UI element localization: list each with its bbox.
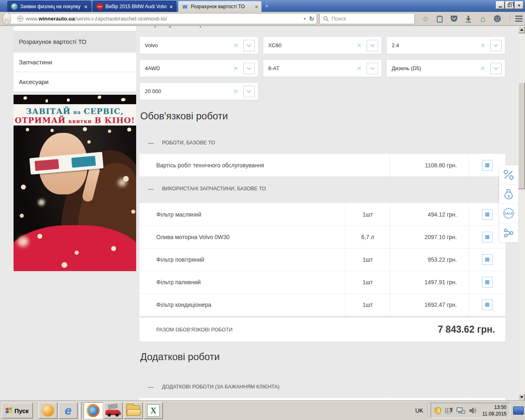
chevron-down-icon xyxy=(247,65,251,70)
volume-speaker-icon[interactable] xyxy=(469,407,477,414)
show-desktop-icon[interactable] xyxy=(513,406,524,415)
new-tab-button[interactable]: + xyxy=(263,2,272,10)
clear-icon[interactable]: ✕ xyxy=(356,42,362,49)
percent-promo-icon[interactable] xyxy=(499,165,518,185)
dropdown-button[interactable] xyxy=(243,63,255,74)
search-input[interactable]: Поиск xyxy=(320,13,415,24)
row-checkbox[interactable] xyxy=(482,299,493,310)
security-shield-icon[interactable] xyxy=(434,407,441,415)
row-checkbox[interactable] xyxy=(482,277,493,288)
url-dropdown-icon[interactable]: ▼ xyxy=(303,17,307,21)
row-checkbox[interactable] xyxy=(482,254,493,265)
collapse-dash-icon[interactable]: — xyxy=(148,139,154,146)
url-text: www.winnerauto.ua/servis-i-zapchasti/ras… xyxy=(26,16,301,22)
filter-model[interactable]: XC60 ✕ xyxy=(263,37,382,54)
share-icon[interactable] xyxy=(499,223,518,242)
dropdown-button[interactable] xyxy=(243,40,255,51)
tray-clock[interactable]: 13:50 11.08.2015 xyxy=(481,404,507,417)
row-checkbox[interactable] xyxy=(482,232,493,242)
tray-icons-box: 13:50 11.08.2015 xyxy=(431,403,510,418)
url-bar[interactable]: www.winnerauto.ua/servis-i-zapchasti/ras… xyxy=(6,13,317,24)
search-icon xyxy=(323,16,329,22)
sidebar-item-rozrakhunok[interactable]: Розрахунок вартості ТО xyxy=(14,31,136,52)
filter-engine[interactable]: 2.4 ✕ xyxy=(386,37,505,54)
language-indicator[interactable]: UK xyxy=(411,407,427,414)
sidebar-item-clipped[interactable] xyxy=(14,26,136,31)
clear-icon[interactable]: ✕ xyxy=(233,42,238,49)
scroll-up-button[interactable] xyxy=(518,26,525,33)
clear-icon[interactable]: ✕ xyxy=(233,88,238,95)
tab-vybir[interactable]: STOP Вибір 2015 BMW Audi Volvo R... × xyxy=(93,1,176,12)
tab-close-icon[interactable]: × xyxy=(255,4,258,10)
taskbar-lotus-notes-icon[interactable] xyxy=(39,402,57,419)
chevron-down-icon xyxy=(370,42,374,47)
banner-line2: ОТРИМАЙ квитки В КІНО! xyxy=(14,116,136,125)
tab-close-icon[interactable]: × xyxy=(169,4,173,10)
dropdown-button[interactable] xyxy=(490,63,502,74)
clear-icon[interactable]: ✕ xyxy=(480,42,485,49)
taskbar-excel-icon[interactable]: X xyxy=(144,402,163,419)
clock-time: 13:50 xyxy=(482,404,507,411)
row-checkbox[interactable] xyxy=(482,160,493,171)
filter-brand[interactable]: Volvo ✕ xyxy=(139,37,258,54)
reload-icon[interactable]: ↻ xyxy=(309,15,314,23)
filter-value: 2.4 xyxy=(392,42,480,48)
clear-icon[interactable]: ✕ xyxy=(233,65,238,72)
group-header-works[interactable]: — РОБОТИ, БАЗОВЕ ТО xyxy=(139,131,505,154)
dropdown-button[interactable] xyxy=(243,86,255,97)
row-qty: 1шт xyxy=(345,249,390,271)
promo-banner[interactable]: ЗАВІТАЙ на СЕРВІС, ОТРИМАЙ квитки В КІНО… xyxy=(14,95,136,271)
dropdown-button[interactable] xyxy=(490,40,502,51)
restore-button[interactable] xyxy=(505,1,514,9)
filter-mileage[interactable]: 20 000 ✕ xyxy=(139,82,258,100)
tab-zayavki[interactable]: Заявки физлиц на покупку /... × xyxy=(7,1,91,12)
pocket-icon[interactable] xyxy=(450,15,458,23)
menu-hamburger-icon[interactable] xyxy=(510,16,523,22)
dropdown-button[interactable] xyxy=(367,63,378,74)
database-key-icon[interactable] xyxy=(445,407,453,414)
bookmark-star-icon[interactable]: ☆ xyxy=(421,15,429,23)
row-checkbox[interactable] xyxy=(482,209,493,220)
collapse-dash-icon[interactable]: — xyxy=(148,383,154,390)
section-heading-mandatory: Обов'язкові роботи xyxy=(140,110,228,122)
table-row-work-cost: Вартісь робіт технічного обслуговування … xyxy=(139,154,505,176)
row-qty: 1шт xyxy=(345,271,390,293)
money-bag-icon[interactable]: $ xyxy=(499,185,518,204)
sidebar-item-zapchastyny[interactable]: Запчастини xyxy=(14,52,136,72)
filter-transmission[interactable]: 6-АТ ✕ xyxy=(263,59,382,77)
back-button[interactable]: ← xyxy=(2,13,11,25)
clear-icon[interactable]: ✕ xyxy=(480,65,485,72)
filter-drive[interactable]: 4AWD ✕ xyxy=(139,59,258,77)
dropdown-button[interactable] xyxy=(367,40,378,51)
toolbar-icons: ☆ ⌂ xyxy=(421,15,523,23)
taskbar-car-app-icon[interactable] xyxy=(104,402,123,419)
group-label: ВИКОРИСТАНІ ЗАПЧАСТИНИ, БАЗОВЕ ТО xyxy=(162,186,266,192)
sidebar-item-aksesuary[interactable]: Аксесуари xyxy=(14,72,136,92)
close-button[interactable]: × xyxy=(515,1,523,9)
vertical-scrollbar[interactable] xyxy=(518,26,525,401)
filter-fuel[interactable]: Дизель (D5) ✕ xyxy=(386,59,505,77)
tab-rozrakhunok-active[interactable]: W Розрахунок вартості ТО × xyxy=(178,1,262,12)
tab-close-icon[interactable]: × xyxy=(84,4,87,10)
network-computer-icon[interactable] xyxy=(457,407,465,414)
collapse-dash-icon[interactable]: — xyxy=(148,185,154,192)
minimize-button[interactable] xyxy=(496,1,504,9)
chevron-down-icon xyxy=(370,65,374,70)
start-button[interactable]: Пуск xyxy=(2,403,33,418)
clear-icon[interactable]: ✕ xyxy=(356,65,362,72)
scroll-down-button[interactable] xyxy=(518,394,525,401)
sale-badge-icon[interactable]: SALE xyxy=(499,204,518,223)
group-header-parts[interactable]: — ВИКОРИСТАНІ ЗАПЧАСТИНИ, БАЗОВЕ ТО xyxy=(139,176,505,201)
filter-value: XC60 xyxy=(268,42,356,48)
taskbar-firefox-active-icon[interactable] xyxy=(84,402,103,419)
hello-smiley-icon[interactable] xyxy=(493,15,501,23)
site-globe-icon xyxy=(17,16,23,22)
scrollbar-thumb[interactable] xyxy=(518,82,525,189)
taskbar-folder-icon[interactable] xyxy=(124,402,143,419)
bookmarks-menu-icon[interactable] xyxy=(436,15,444,23)
downloads-icon[interactable] xyxy=(464,15,472,23)
taskbar-internet-explorer-icon[interactable]: e xyxy=(59,402,78,419)
group-header-additional[interactable]: — ДОДАТКОВІ РОБОТИ (ЗА БАЖАННЯМ КЛІЄНТА) xyxy=(139,375,505,398)
home-icon[interactable]: ⌂ xyxy=(479,15,487,23)
mandatory-total-row: РАЗОМ ОБОВ'ЯЗКОВІ РОБОТИ 7 843.62 грн. xyxy=(139,318,505,341)
